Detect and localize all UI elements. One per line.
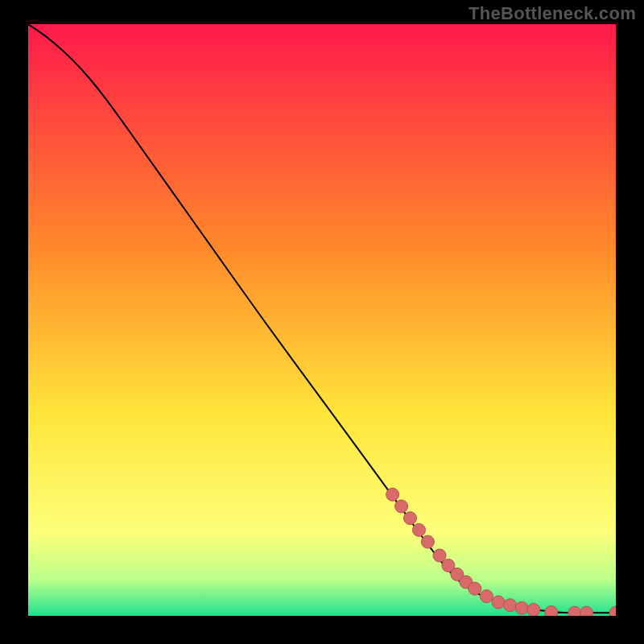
data-marker	[480, 590, 493, 603]
chart-frame: TheBottleneck.com	[0, 0, 644, 644]
data-marker	[421, 535, 434, 548]
watermark-text: TheBottleneck.com	[469, 3, 636, 24]
data-marker	[527, 604, 540, 616]
data-marker	[469, 582, 481, 595]
data-marker	[492, 596, 505, 609]
plot-area	[28, 24, 616, 616]
data-marker	[395, 500, 408, 513]
data-marker	[413, 523, 426, 536]
data-marker	[404, 512, 417, 525]
data-marker	[386, 488, 399, 501]
data-marker	[504, 599, 517, 612]
chart-svg	[28, 24, 616, 616]
data-marker	[515, 601, 528, 614]
data-marker	[568, 606, 581, 616]
data-marker	[433, 549, 446, 562]
data-marker	[545, 606, 558, 616]
data-marker	[580, 606, 593, 616]
